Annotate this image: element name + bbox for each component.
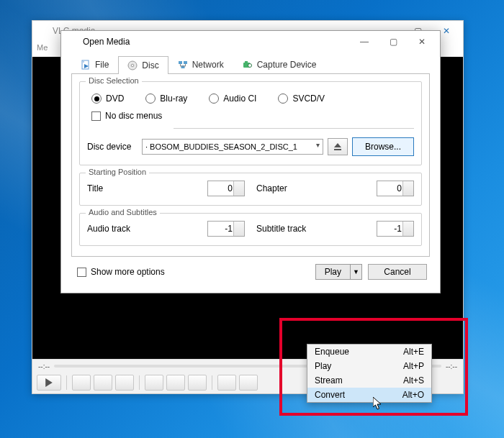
disc-icon (127, 60, 138, 70)
svg-point-4 (132, 64, 135, 67)
dialog-close-button[interactable]: ✕ (410, 34, 434, 50)
tab-disc[interactable]: Disc (118, 56, 168, 74)
chevron-down-icon[interactable]: ▾ (235, 189, 243, 195)
menu-item-play[interactable]: Play Alt+P (307, 359, 431, 373)
tab-file[interactable]: File (71, 55, 118, 73)
menu-item-label: Stream (315, 375, 343, 385)
tab-file-label: File (95, 60, 109, 70)
dialog-bottom-row: Show more options Play ▼ Cancel (67, 261, 434, 286)
menu-item-accel: Alt+O (402, 390, 424, 400)
play-button-label: Play (325, 267, 341, 277)
extended-button[interactable] (166, 375, 185, 391)
dialog-title: Open Media (83, 37, 130, 47)
subtitle-track-label: Subtitle track (256, 224, 377, 234)
chevron-down-icon: ▼ (353, 268, 359, 275)
time-elapsed: --:-- (38, 362, 50, 370)
svg-rect-9 (245, 61, 248, 63)
browse-button[interactable]: Browse... (352, 137, 414, 156)
radio-dot-icon (278, 93, 288, 104)
chapter-value: 0 (397, 183, 402, 193)
audio-track-label: Audio track (87, 224, 207, 234)
checkbox-icon (77, 268, 86, 277)
svg-rect-6 (184, 61, 187, 64)
audio-subtitles-legend: Audio and Subtitles (86, 208, 160, 216)
chevron-up-icon[interactable]: ▴ (405, 222, 412, 228)
disc-selection-legend: Disc Selection (86, 76, 142, 85)
fullscreen-button[interactable] (145, 375, 163, 391)
tab-disc-label: Disc (142, 60, 158, 70)
menu-item-label: Convert (315, 390, 345, 400)
tab-capture[interactable]: Capture Device (233, 55, 326, 73)
title-value: 0 (228, 183, 233, 193)
dialog-titlebar[interactable]: Open Media — ▢ ✕ (61, 31, 440, 53)
vlc-cone-icon (37, 25, 48, 37)
stop-button[interactable] (94, 375, 112, 391)
cancel-button[interactable]: Cancel (368, 264, 427, 280)
radio-audiocd[interactable]: Audio CI (209, 93, 256, 104)
subtitle-track-stepper[interactable]: -1 ▴ ▾ (377, 221, 414, 237)
subtitle-track-value: -1 (394, 224, 402, 234)
radio-dot-icon (91, 93, 102, 104)
menu-item-enqueue[interactable]: Enqueue Alt+E (307, 345, 431, 359)
cancel-button-label: Cancel (384, 267, 410, 277)
svg-marker-0 (45, 378, 53, 387)
play-main-button[interactable]: Play (316, 265, 350, 279)
radio-audiocd-label: Audio CI (223, 93, 256, 104)
menu-item-accel: Alt+P (403, 361, 424, 371)
chevron-up-icon[interactable]: ▴ (405, 182, 412, 188)
radio-dvd-label: DVD (106, 93, 124, 104)
menu-item-me[interactable]: Me (37, 43, 48, 52)
menu-item-label: Enqueue (315, 347, 349, 357)
radio-bluray-label: Blu-ray (160, 93, 187, 104)
eject-icon (333, 142, 342, 151)
tab-network-label: Network (192, 60, 224, 70)
title-label: Title (87, 183, 207, 193)
browse-button-label: Browse... (365, 142, 401, 152)
svg-rect-12 (334, 149, 341, 150)
open-media-dialog: Open Media — ▢ ✕ File Disc (60, 30, 441, 293)
menu-item-accel: Alt+S (403, 375, 424, 385)
disc-device-select[interactable]: · BOSOM_BUDDIES_SEASON_2_DISC_1 (142, 139, 323, 155)
time-remaining: --:-- (446, 362, 457, 370)
mouse-cursor-icon (373, 397, 383, 410)
disc-panel: Disc Selection DVD Blu-ray Audio CI (71, 74, 430, 257)
media-tabs: File Disc Network Capture Device (71, 55, 430, 74)
audio-track-stepper[interactable]: -1 ▴ ▾ (207, 221, 245, 237)
eject-button[interactable] (328, 138, 348, 155)
play-dropdown-menu: Enqueue Alt+E Play Alt+P Stream Alt+S Co… (307, 344, 432, 403)
playlist-button[interactable] (188, 375, 207, 391)
disc-selection-group: Disc Selection DVD Blu-ray Audio CI (79, 81, 422, 165)
radio-bluray[interactable]: Blu-ray (145, 93, 187, 104)
radio-dvd[interactable]: DVD (91, 93, 124, 104)
show-more-options-label: Show more options (91, 267, 165, 277)
dialog-minimize-button[interactable]: — (352, 34, 377, 50)
chevron-up-icon[interactable]: ▴ (235, 222, 243, 228)
no-disc-menus-checkbox[interactable]: No disc menus (91, 111, 414, 121)
play-dropdown-button[interactable]: ▼ (350, 265, 361, 279)
dialog-maximize-button[interactable]: ▢ (381, 34, 405, 50)
chevron-down-icon[interactable]: ▾ (405, 189, 412, 195)
starting-position-group: Starting Position Title 0 ▴ ▾ Chapter 0 (79, 173, 422, 206)
audio-subtitles-group: Audio and Subtitles Audio track -1 ▴ ▾ S… (79, 213, 422, 246)
tab-network[interactable]: Network (168, 55, 233, 73)
menu-item-stream[interactable]: Stream Alt+S (307, 373, 431, 388)
play-button[interactable] (37, 375, 61, 391)
radio-svcd[interactable]: SVCD/V (278, 93, 325, 104)
next-button[interactable] (115, 375, 134, 391)
chapter-stepper[interactable]: 0 ▴ ▾ (377, 181, 414, 196)
random-button[interactable] (239, 375, 258, 391)
chevron-up-icon[interactable]: ▴ (235, 182, 243, 188)
loop-button[interactable] (217, 375, 236, 391)
no-disc-menus-label: No disc menus (105, 111, 162, 121)
radio-svcd-label: SVCD/V (292, 93, 325, 104)
title-stepper[interactable]: 0 ▴ ▾ (207, 181, 245, 196)
vlc-cone-icon (67, 36, 78, 47)
chevron-down-icon[interactable]: ▾ (235, 229, 243, 235)
prev-button[interactable] (72, 375, 91, 391)
disc-device-label: Disc device (87, 142, 138, 152)
network-icon (178, 60, 188, 70)
chevron-down-icon[interactable]: ▾ (405, 229, 412, 235)
menu-item-convert[interactable]: Convert Alt+O (307, 388, 431, 402)
show-more-options-checkbox[interactable]: Show more options (77, 267, 315, 277)
play-split-button[interactable]: Play ▼ (315, 264, 362, 280)
